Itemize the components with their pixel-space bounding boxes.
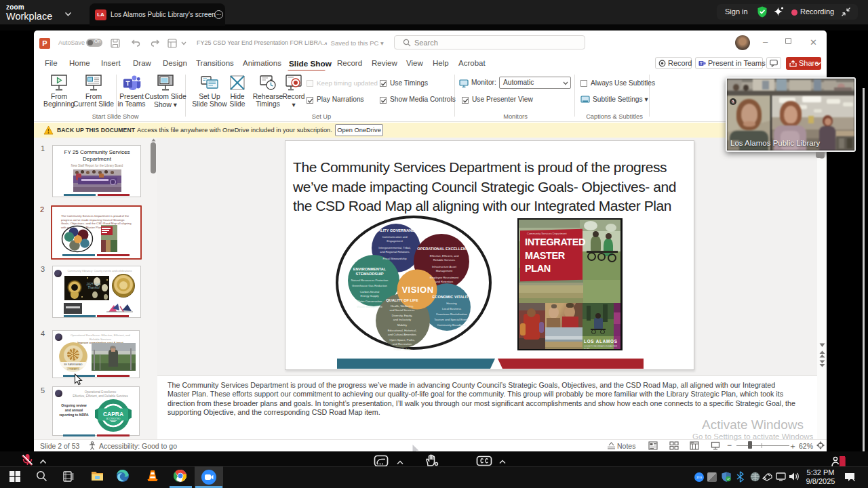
svg-text:Downtown Revitalization: Downtown Revitalization — [436, 312, 467, 316]
svg-text:VISION: VISION — [401, 285, 433, 295]
svg-text:Educational, Historical,: Educational, Historical, — [388, 329, 417, 332]
svg-text:Open Space, Parks,: Open Space, Parks, — [389, 338, 414, 342]
svg-text:ACCREDITED: ACCREDITED — [106, 418, 121, 420]
svg-text:Engagement: Engagement — [387, 239, 403, 243]
svg-text:Housing: Housing — [446, 302, 457, 305]
svg-text:Energy Supply: Energy Supply — [360, 294, 379, 298]
svg-text:Reliable Services: Reliable Services — [433, 258, 455, 262]
svg-text:Employee Recruitment: Employee Recruitment — [430, 276, 459, 279]
svg-text:QUALITY GOVERNANCE: QUALITY GOVERNANCE — [372, 228, 417, 232]
svg-text:and Inclusivity: and Inclusivity — [393, 318, 412, 321]
svg-text:QUALITY OF LIFE: QUALITY OF LIFE — [386, 298, 418, 302]
svg-text:Mobility: Mobility — [397, 323, 408, 327]
svg-text:and Regional Relations: and Regional Relations — [380, 250, 409, 253]
svg-text:Tourism and Special Events: Tourism and Special Events — [434, 318, 469, 321]
svg-text:Effective, Efficient, and: Effective, Efficient, and — [430, 254, 459, 258]
svg-text:Carbon-Neutral: Carbon-Neutral — [360, 290, 380, 293]
svg-text:STEWARDSHIP: STEWARDSHIP — [355, 272, 383, 276]
svg-text:Local Business: Local Business — [442, 307, 461, 310]
svg-text:ECONOMIC VITALITY: ECONOMIC VITALITY — [433, 295, 471, 299]
svg-text:Water Conservation: Water Conservation — [357, 300, 383, 303]
svg-text:Community Broadband: Community Broadband — [437, 323, 467, 327]
svg-text:Health, Wellbeing,: Health, Wellbeing, — [391, 304, 414, 308]
svg-text:ENVIRONMENTAL: ENVIRONMENTAL — [353, 267, 387, 271]
svg-text:Communication and: Communication and — [382, 235, 408, 239]
svg-text:and Social Services: and Social Services — [390, 308, 415, 312]
svg-text:Intergovernmental, Tribal,: Intergovernmental, Tribal, — [378, 246, 410, 249]
svg-text:Diversity, Equity,: Diversity, Equity, — [392, 314, 413, 317]
svg-text:Fiscal Stewardship: Fiscal Stewardship — [382, 257, 407, 260]
svg-text:Waste Management: Waste Management — [357, 305, 382, 308]
svg-text:Natural Resources Protection: Natural Resources Protection — [351, 279, 389, 282]
svg-text:CAPRA: CAPRA — [103, 411, 123, 418]
svg-text:Management: Management — [436, 269, 453, 272]
svg-text:and Retention: and Retention — [435, 280, 454, 283]
svg-text:and Recreation: and Recreation — [393, 342, 412, 346]
svg-text:Greenhouse Gas Reduction: Greenhouse Gas Reduction — [352, 284, 388, 287]
svg-text:Public Safety: Public Safety — [394, 348, 411, 351]
svg-text:OPERATIONAL EXCELLENCE: OPERATIONAL EXCELLENCE — [417, 247, 471, 251]
svg-text:Infrastructure Asset: Infrastructure Asset — [432, 265, 457, 268]
svg-text:and Cultural Amenities: and Cultural Amenities — [388, 333, 416, 336]
